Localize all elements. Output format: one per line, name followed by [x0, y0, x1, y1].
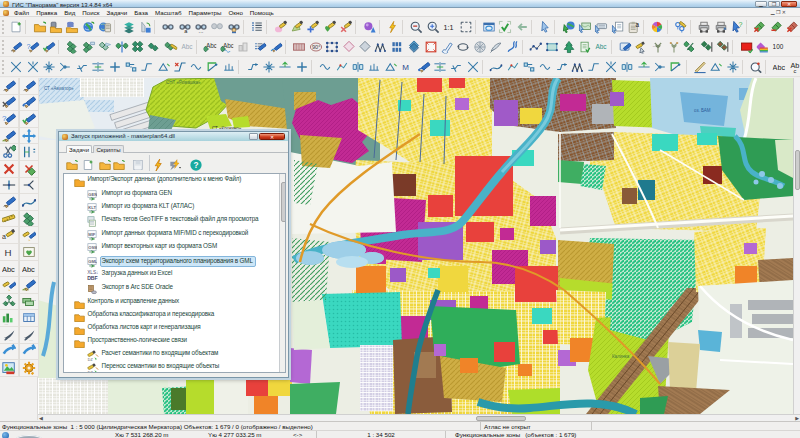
svg-text:Калинка: Калинка: [612, 354, 630, 359]
svg-text:?: ?: [26, 41, 30, 50]
svg-text:GEN: GEN: [88, 191, 97, 196]
svg-text:H: H: [5, 247, 12, 258]
svg-text:90°: 90°: [312, 44, 320, 50]
svg-text:Abc: Abc: [773, 63, 786, 72]
svg-text:...: ...: [199, 28, 204, 33]
svg-text:Abc: Abc: [206, 41, 216, 48]
svg-text:Abc: Abc: [22, 265, 35, 274]
svg-text:100: 100: [773, 43, 784, 50]
svg-text:OSM: OSM: [88, 245, 97, 250]
svg-text:оз. БАМ: оз. БАМ: [694, 108, 711, 113]
svg-text:1:1: 1:1: [444, 23, 454, 32]
svg-text:M: M: [402, 63, 409, 72]
svg-text:?: ?: [2, 114, 7, 123]
svg-text:?: ?: [193, 161, 198, 170]
svg-text:...: ...: [9, 337, 13, 342]
svg-text:...: ...: [5, 321, 9, 325]
svg-text:Abc: Abc: [2, 265, 15, 274]
svg-text:Abc: Abc: [223, 41, 233, 48]
svg-text:СНТ «Ромашка»: СНТ «Ромашка»: [166, 80, 201, 85]
svg-text:?: ?: [739, 20, 743, 28]
svg-text:KLT: KLT: [88, 204, 96, 209]
svg-text:GML: GML: [88, 258, 97, 263]
svg-text:MIF: MIF: [88, 231, 96, 236]
svg-text:Abc: Abc: [596, 43, 608, 50]
svg-text:...: ...: [32, 296, 36, 302]
svg-text:c: c: [793, 67, 796, 73]
svg-text:СТ «Авиатор»: СТ «Авиатор»: [44, 86, 74, 91]
svg-text:a: a: [2, 234, 6, 241]
svg-text:...: ...: [652, 42, 657, 48]
svg-text:Abc: Abc: [181, 43, 193, 50]
svg-text:a: a: [636, 21, 640, 28]
svg-text:a: a: [184, 28, 188, 33]
svg-text:...: ...: [29, 337, 33, 342]
svg-text:DZ: DZ: [87, 371, 93, 373]
